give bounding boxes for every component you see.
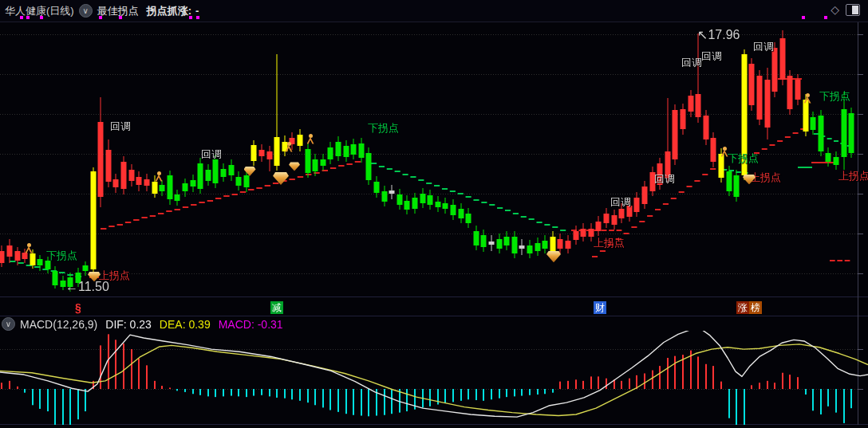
macd-params[interactable]: MACD(12,26,9) — [20, 318, 97, 331]
indicator-sub-label: 拐点抓涨: — [147, 4, 191, 18]
stock-chart-window: 华人健康(日线) ∨ 最佳拐点 拐点抓涨: - ◇ 下拐点上拐点回调回调下拐点上… — [0, 0, 868, 428]
pullback-label: 回调 — [610, 195, 631, 210]
macd-header: ∨ MACD(12,26,9) DIF: 0.23 DEA: 0.39 MACD… — [2, 317, 283, 331]
pullback-label: 回调 — [654, 172, 675, 187]
top-bar: 华人健康(日线) ∨ 最佳拐点 拐点抓涨: - ◇ — [0, 0, 868, 22]
chevron-down-icon[interactable]: ∨ — [79, 4, 93, 18]
event-tag[interactable]: 财 — [594, 301, 606, 314]
indicator-sub-value: - — [195, 5, 199, 17]
person-signal-icon — [286, 142, 293, 152]
person-signal-icon — [156, 171, 163, 182]
emphasis-dot — [20, 16, 23, 19]
price-label: ↖17.96 — [697, 27, 740, 42]
person-signal-icon — [26, 243, 33, 253]
up-pivot-label: 上拐点 — [594, 236, 625, 250]
down-pivot-label: 下拐点 — [368, 121, 399, 135]
down-pivot-label: 下拐点 — [728, 151, 759, 166]
panel-toggle-icon[interactable] — [846, 4, 860, 16]
down-pivot-label: 下拐点 — [819, 89, 850, 104]
chevron-down-icon[interactable]: ∨ — [2, 317, 15, 331]
up-pivot-label: 上拐点 — [838, 169, 868, 183]
price-label: ←11.50 — [65, 280, 109, 294]
macd-dif-value: DIF: 0.23 — [105, 318, 152, 331]
candlestick-macd-chart-canvas[interactable] — [0, 0, 868, 428]
macd-hist-value: MACD: -0.31 — [219, 318, 283, 331]
pullback-label: 回调 — [201, 147, 222, 162]
person-signal-icon — [721, 147, 728, 157]
pullback-label: 回调 — [110, 120, 131, 134]
signal-glyph[interactable]: § — [72, 301, 85, 314]
person-signal-icon — [307, 134, 314, 144]
person-signal-icon — [804, 93, 811, 104]
event-tag[interactable]: 榜 — [749, 301, 762, 314]
emphasis-dot — [99, 16, 102, 19]
macd-dea-value: DEA: 0.39 — [160, 318, 211, 331]
diamond-outline-icon[interactable]: ◇ — [831, 3, 839, 16]
emphasis-dot — [119, 16, 122, 19]
pullback-label: 回调 — [701, 49, 722, 64]
emphasis-dot — [26, 16, 30, 19]
indicator-main-label[interactable]: 最佳拐点 — [97, 4, 139, 18]
down-pivot-label: 下拐点 — [46, 249, 77, 263]
emphasis-dot — [189, 16, 192, 19]
emphasis-dot — [824, 16, 827, 19]
emphasis-dot — [40, 16, 43, 19]
pullback-label: 回调 — [681, 56, 702, 70]
emphasis-dot — [196, 16, 199, 19]
event-tag[interactable]: 减 — [270, 301, 283, 314]
emphasis-dot — [802, 16, 805, 19]
pullback-label: 回调 — [753, 40, 774, 54]
event-tag[interactable]: 涨 — [736, 301, 749, 314]
